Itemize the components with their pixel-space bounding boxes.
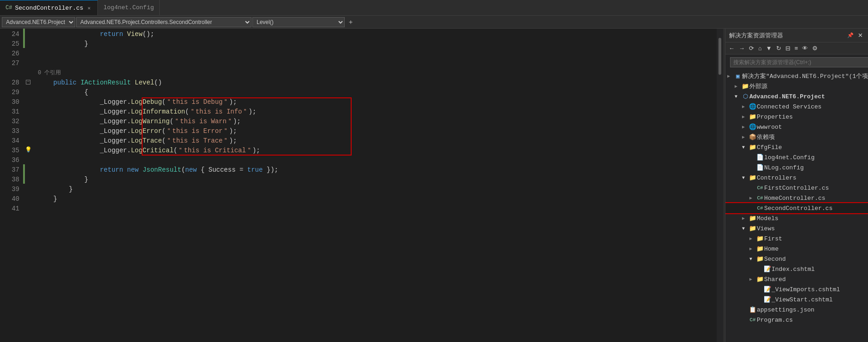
se-label-nlog: NLog.config <box>764 164 804 171</box>
expand-arrow-wwwroot: ▶ <box>742 124 748 130</box>
se-label-external: 外部源 <box>749 82 767 90</box>
code-line-41 <box>38 204 717 214</box>
cshtml-icon-index: 📝 <box>763 265 772 273</box>
se-search-input[interactable] <box>730 57 868 67</box>
se-pin-btn[interactable]: 📌 <box>846 31 855 40</box>
tab-close-secondary-controller[interactable]: ✕ <box>86 5 92 12</box>
code-line-26 <box>38 49 717 59</box>
se-forward-btn[interactable]: → <box>737 44 746 53</box>
line-num-33: 33 <box>0 126 19 136</box>
se-label-connected: Connected Services <box>757 103 821 110</box>
se-label-program: Program.cs <box>757 317 793 324</box>
breadcrumb-project[interactable]: Advanced.NET6.Project <box>2 17 75 27</box>
line-num-29: 29 <box>0 88 19 97</box>
se-item-second-folder[interactable]: ▼ 📁 Second <box>725 254 868 264</box>
editor-scroll-thumb[interactable] <box>718 38 721 75</box>
main-area: 24 25 26 27 28 29 30 31 32 33 34 35 36 3… <box>0 29 868 342</box>
se-header-buttons: 📌 ✕ <box>846 31 864 40</box>
code-line-39: } <box>38 185 717 194</box>
line-num-38: 38 <box>0 175 19 185</box>
se-item-cfgfile[interactable]: ▼ 📁 CfgFile <box>725 142 868 152</box>
code-line-40: } <box>38 194 717 204</box>
se-label-cfgfile: CfgFile <box>757 144 782 151</box>
se-header: 解决方案资源管理器 📌 ✕ <box>725 29 868 42</box>
se-item-nlog[interactable]: 📄 NLog.config <box>725 162 868 173</box>
se-label-appsettings: appsettings.json <box>757 306 814 313</box>
breadcrumb-class[interactable]: Advanced.NET6.Project.Controllers.Second… <box>76 17 251 27</box>
tab-log4net-config[interactable]: log4net.Config <box>98 0 160 15</box>
bulb-icon-35[interactable]: 💡 <box>25 146 32 153</box>
line-numbers: 24 25 26 27 28 29 30 31 32 33 34 35 36 3… <box>0 29 23 342</box>
se-item-wwwroot[interactable]: ▶ 🌐 wwwroot <box>725 122 868 132</box>
config-icon-log4net: 📄 <box>756 154 764 161</box>
se-item-secondcontroller[interactable]: C# SecondController.cs <box>725 203 868 213</box>
se-label-viewimports: _ViewImports.cshtml <box>772 286 840 293</box>
folder-icon-models: 📁 <box>748 215 757 222</box>
se-sync-btn[interactable]: ⟳ <box>748 44 755 53</box>
expand-toolbar-btn[interactable]: ＋ <box>346 17 356 27</box>
line-num-26: 26 <box>0 49 19 59</box>
json-icon-appsettings: 📋 <box>748 306 757 313</box>
ref-count-28: 0 个引用 <box>38 68 717 78</box>
tab-second-controller[interactable]: C# SecondController.cs ✕ <box>0 0 98 15</box>
se-item-log4net[interactable]: 📄 log4net.Config <box>725 152 868 162</box>
se-item-homecontroller[interactable]: ▶ C# HomeController.cs <box>725 193 868 203</box>
expand-arrow-controllers: ▼ <box>742 175 748 180</box>
se-item-dependencies[interactable]: ▶ 📦 依赖项 <box>725 132 868 142</box>
se-close-btn[interactable]: ✕ <box>856 31 864 40</box>
globe-icon: 🌐 <box>748 103 757 110</box>
se-item-models[interactable]: ▶ 📁 Models <box>725 213 868 223</box>
red-box-container: _Logger.LogDebug(＂this is Debug＂); _Logg… <box>38 97 717 156</box>
se-item-solution[interactable]: ▶ ▣ 解决方案"Advanced.NET6.Project"(1个项目/ <box>725 71 868 81</box>
se-item-appsettings[interactable]: 📋 appsettings.json <box>725 305 868 315</box>
line-num-27: 27 <box>0 59 19 68</box>
glyph-margin: − 💡 <box>25 29 34 342</box>
se-item-external[interactable]: ▶ 📁 外部源 <box>725 81 868 91</box>
folder-icon-controllers: 📁 <box>748 174 757 181</box>
se-label-properties: Properties <box>757 114 793 120</box>
se-label-views: Views <box>757 225 775 232</box>
collapse-icon-28[interactable]: − <box>26 80 30 84</box>
expand-arrow-cfgfile: ▼ <box>742 145 748 150</box>
line-num-30: 30 <box>0 97 19 107</box>
se-props-btn[interactable]: ≡ <box>793 44 800 53</box>
se-item-views[interactable]: ▼ 📁 Views <box>725 223 868 234</box>
expand-arrow-solution: ▶ <box>727 73 734 79</box>
folder-icon-cfgfile: 📁 <box>748 144 757 151</box>
expand-arrow-shared: ▶ <box>749 276 756 282</box>
se-preview-btn[interactable]: 👁 <box>801 44 809 53</box>
code-line-35: _Logger.LogCritical(＂this is Critical＂); <box>38 146 717 156</box>
breadcrumb-method[interactable]: Level() <box>252 17 345 27</box>
line-num-32: 32 <box>0 117 19 126</box>
se-collapse-btn[interactable]: ⊟ <box>784 44 792 53</box>
se-item-viewstart[interactable]: 📝 _ViewStart.cshtml <box>725 294 868 305</box>
se-item-firstcontroller[interactable]: C# FirstController.cs <box>725 183 868 193</box>
se-item-home-folder[interactable]: ▶ 📁 Home <box>725 244 868 254</box>
se-item-program[interactable]: C# Program.cs <box>725 315 868 325</box>
se-home-btn[interactable]: ⌂ <box>757 44 763 53</box>
se-settings-btn[interactable]: ⚙ <box>811 44 819 53</box>
se-label-deps: 依赖项 <box>757 133 775 141</box>
se-item-viewimports[interactable]: 📝 _ViewImports.cshtml <box>725 284 868 294</box>
se-item-shared[interactable]: ▶ 📁 Shared <box>725 274 868 284</box>
folder-icon-properties: 📁 <box>748 113 757 120</box>
se-item-connected[interactable]: ▶ 🌐 Connected Services <box>725 102 868 112</box>
cshtml-icon-viewimports: 📝 <box>763 286 772 293</box>
editor-scrollbar[interactable] <box>717 29 723 342</box>
se-refresh-btn[interactable]: ↻ <box>775 44 783 53</box>
expand-arrow-deps: ▶ <box>742 134 748 140</box>
code-line-28: public IActionResult Level() <box>38 78 717 88</box>
se-item-properties[interactable]: ▶ 📁 Properties <box>725 112 868 122</box>
line-num-24: 24 <box>0 30 19 39</box>
code-line-29: { <box>38 88 717 97</box>
se-item-controllers[interactable]: ▼ 📁 Controllers <box>725 173 868 183</box>
se-label-project: Advanced.NET6.Project <box>749 93 825 100</box>
se-item-project[interactable]: ▼ ⬡ Advanced.NET6.Project <box>725 91 868 102</box>
se-item-first-folder[interactable]: ▶ 📁 First <box>725 234 868 244</box>
code-content[interactable]: return View(); } 0 个引用 public IAction <box>34 29 717 342</box>
se-filter-btn[interactable]: ▼ <box>765 44 773 53</box>
code-line-25: } <box>38 39 717 49</box>
line-num-35: 35 <box>0 146 19 156</box>
se-back-btn[interactable]: ← <box>727 44 736 53</box>
se-item-indexcshtml[interactable]: 📝 Index.cshtml <box>725 264 868 274</box>
